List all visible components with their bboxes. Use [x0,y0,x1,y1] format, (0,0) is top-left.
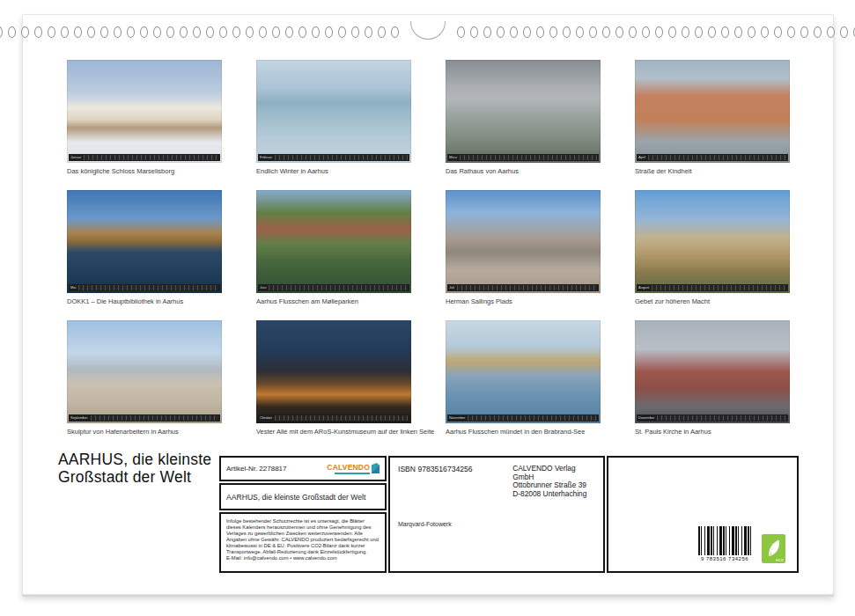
strip-day-cells [468,415,597,421]
strip-day-cells [657,415,786,421]
binding-hole [457,26,465,38]
month-thumbnail: JuniAarhus Flusschen am Mølleparken [256,190,411,305]
binding-hole [549,26,557,38]
binding-hole [734,26,742,38]
binding-hole [563,26,571,38]
binding-hole [840,26,848,38]
binding-hole [721,26,729,38]
binding-hole [497,26,505,38]
binding-hole [365,26,372,38]
publisher-box: ISBN 9783516734256 CALVENDO Verlag GmbH … [388,456,605,573]
strip-month-label: Januar [69,156,83,159]
legal-text-cell: Infolge bestehender Schutzrechte ist es … [219,512,387,573]
strip-month-label: April [637,156,647,159]
photo-caption: DOKK1 – Die Hauptbibliothek in Aarhus [67,297,222,305]
photo-caption: Aarhus Flusschen am Mølleparken [256,297,411,305]
month-thumbnail: OktoberVester Allé mit dem ARoS-Kunstmus… [256,320,411,436]
leaf-icon [766,539,782,560]
month-photo: August [635,190,790,293]
page-title-line1: AARHUS, die kleinste [58,451,211,468]
mini-calendar-strip: Februar [258,154,409,161]
binding-hole [34,26,42,38]
binding-hole [800,26,808,38]
binding-hole [219,26,227,38]
barcode-digits: 9 783516 734256 [697,556,753,561]
binding-hole [761,26,769,38]
binding-hole [536,26,544,38]
contact-line: E-Mail: info@calvendo.com • www.calvendo… [226,555,380,561]
binding-hole [312,26,320,38]
binding-hole [87,26,95,38]
month-photo: Oktober [256,320,411,423]
month-thumbnail: NovemberAarhus Flusschen mündet in den B… [446,320,601,436]
strip-month-label: Juli [447,286,456,290]
month-photo: Februar [256,60,411,163]
month-photo: Juli [446,190,601,293]
photo-caption: Straße der Kindheit [635,167,790,175]
strip-day-cells [275,155,408,160]
month-thumbnail: FebruarEndlich Winter in Aarhus [256,60,411,175]
month-photo: September [67,320,222,423]
binding-hole [589,26,597,38]
binding-hole [470,26,478,38]
binding-hole [100,26,108,38]
binding-hole [827,26,835,38]
calvendo-flag-icon [372,463,380,473]
binding-hole [8,26,16,38]
binding-hole [523,26,531,38]
binding-hole [391,26,399,38]
mini-calendar-strip: Oktober [258,414,409,422]
month-photo: November [446,320,601,423]
photo-caption: Das königliche Schloss Marselisborg [67,167,222,175]
binding-hole [61,26,69,38]
mini-calendar-strip: September [69,414,220,422]
legal-text: Infolge bestehender Schutzrechte ist es … [226,518,380,555]
barcode-box: 9 783516 734256 eco [607,456,799,573]
page-title: AARHUS, die kleinste Großstadt der Welt [58,451,211,486]
binding-hole [74,26,82,38]
product-info-box: Artikel-Nr. 2278817 CALVENDO AARHUS, die… [219,456,387,573]
binding-hole [576,26,584,38]
binding-hole [180,26,188,38]
month-thumbnail: AprilStraße der Kindheit [635,60,790,175]
strip-month-label: November [447,416,467,420]
ean-barcode: 9 783516 734256 [697,526,753,563]
calendar-back-page: JanuarDas königliche Schloss Marselisbor… [22,14,834,595]
month-photo: März [446,60,601,163]
binding-hole [246,26,254,38]
binding-hole [642,26,650,38]
strip-day-cells [78,285,218,290]
thumb-notch [410,21,446,40]
binding-hole [787,26,795,38]
month-thumbnail: AugustGebet zur höheren Macht [635,190,790,305]
binding-hole [695,26,703,38]
binding-hole [351,26,359,38]
strip-day-cells [457,285,597,290]
isbn: ISBN 9783516734256 [398,465,512,498]
strip-day-cells [269,285,408,290]
page-title-line2: Großstadt der Welt [58,468,211,486]
mini-calendar-strip: Mai [69,284,220,291]
binding-hole [140,26,148,38]
binding-hole [655,26,663,38]
strip-day-cells [648,155,786,160]
strip-day-cells [652,285,786,290]
binding-hole [232,26,240,38]
barcode-bars-icon [698,526,751,555]
strip-day-cells [84,155,218,160]
month-thumbnail-grid: JanuarDas königliche Schloss Marselisbor… [67,60,790,436]
binding-hole [206,26,214,38]
binding-hole [21,26,29,38]
mini-calendar-strip: Juni [258,284,409,291]
strip-month-label: März [447,156,459,159]
strip-month-label: Februar [258,156,274,159]
binding-hole [682,26,689,38]
mini-calendar-strip: November [447,414,599,422]
calvendo-logo-text: CALVENDO [327,463,370,472]
binding-hole [272,26,280,38]
mini-calendar-strip: Juli [447,284,599,291]
binding-hole [166,26,174,38]
mini-calendar-strip: August [637,284,788,291]
photographer-credit: Marqvard-Fotowerk [398,521,595,527]
mini-calendar-strip: April [637,154,788,161]
